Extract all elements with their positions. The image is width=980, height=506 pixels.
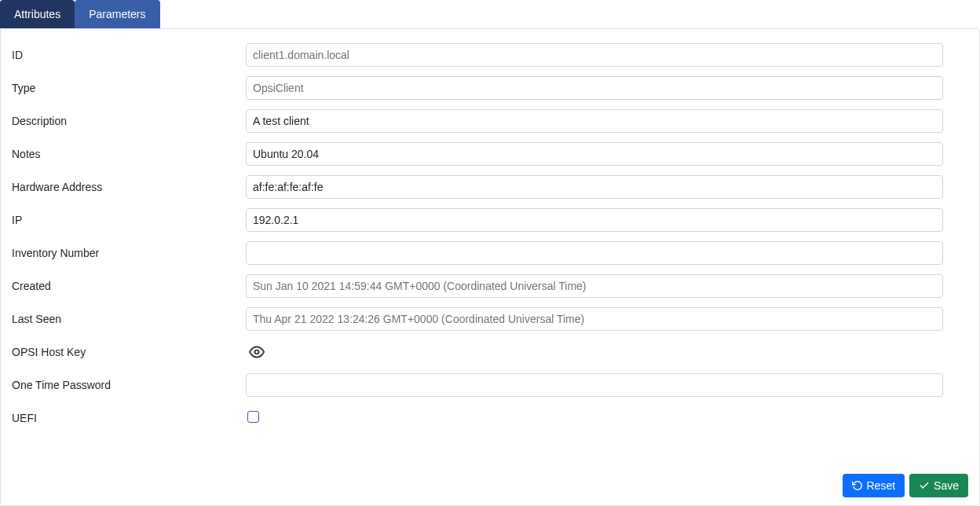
label-uefi: UEFI xyxy=(12,412,246,424)
row-id: ID xyxy=(1,38,979,72)
id-field[interactable] xyxy=(246,43,943,67)
reset-button[interactable]: Reset xyxy=(843,474,905,497)
footer-actions: Reset Save xyxy=(843,474,969,497)
row-one-time-password: One Time Password xyxy=(1,368,979,402)
reset-icon xyxy=(852,480,863,491)
label-notes: Notes xyxy=(12,148,246,160)
notes-field[interactable] xyxy=(246,142,943,166)
row-hardware-address: Hardware Address xyxy=(1,170,979,204)
tab-parameters[interactable]: Parameters xyxy=(75,0,159,28)
eye-icon[interactable] xyxy=(247,343,266,361)
tab-attributes[interactable]: Attributes xyxy=(0,0,75,28)
label-description: Description xyxy=(12,115,246,127)
row-ip: IP xyxy=(1,204,979,236)
label-hardware-address: Hardware Address xyxy=(12,181,246,193)
one-time-password-field[interactable] xyxy=(246,373,943,397)
row-notes: Notes xyxy=(1,138,979,170)
save-button-label: Save xyxy=(934,479,959,492)
row-last-seen: Last Seen xyxy=(1,302,979,336)
last-seen-field[interactable] xyxy=(246,307,943,331)
row-created: Created xyxy=(1,270,979,302)
tab-bar: Attributes Parameters xyxy=(0,0,980,28)
row-opsi-host-key: OPSI Host Key xyxy=(1,336,979,368)
label-last-seen: Last Seen xyxy=(12,313,246,325)
label-ip: IP xyxy=(12,214,246,226)
check-icon xyxy=(919,480,930,491)
row-description: Description xyxy=(1,104,979,138)
label-type: Type xyxy=(12,82,246,94)
reset-button-label: Reset xyxy=(867,479,896,492)
save-button[interactable]: Save xyxy=(909,474,968,497)
uefi-checkbox[interactable] xyxy=(247,411,259,423)
inventory-number-field[interactable] xyxy=(246,241,943,265)
description-field[interactable] xyxy=(246,109,943,133)
type-field[interactable] xyxy=(246,76,943,100)
row-type: Type xyxy=(1,72,979,104)
row-inventory-number: Inventory Number xyxy=(1,236,979,270)
row-uefi: UEFI xyxy=(1,402,979,434)
label-inventory-number: Inventory Number xyxy=(12,247,246,259)
ip-field[interactable] xyxy=(246,208,943,232)
created-field[interactable] xyxy=(246,274,943,298)
attributes-panel: ID Type Description Notes Hardware Addre xyxy=(0,28,980,506)
label-created: Created xyxy=(12,280,246,292)
label-id: ID xyxy=(12,49,246,61)
label-opsi-host-key: OPSI Host Key xyxy=(12,346,246,358)
label-one-time-password: One Time Password xyxy=(12,379,246,391)
svg-point-0 xyxy=(255,350,259,354)
page-root: Attributes Parameters ID Type Descriptio… xyxy=(0,0,980,506)
hardware-address-field[interactable] xyxy=(246,175,943,199)
